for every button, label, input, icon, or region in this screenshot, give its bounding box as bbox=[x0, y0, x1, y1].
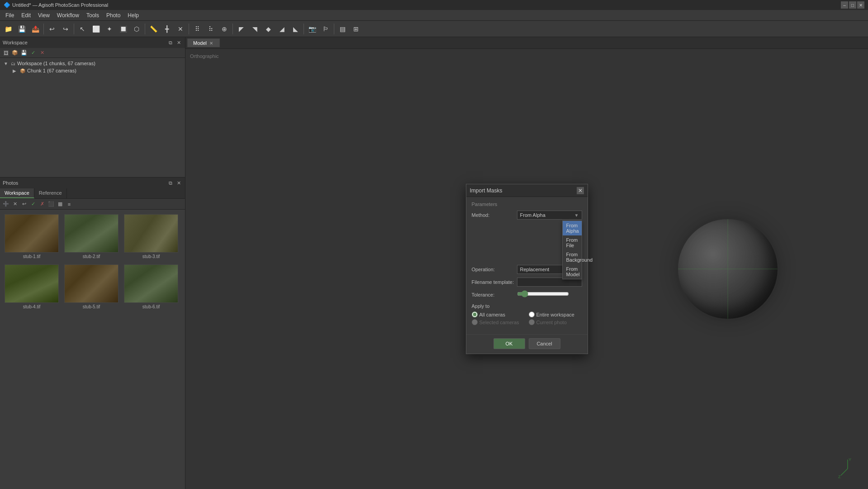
toolbar-add-point[interactable]: ✦ bbox=[103, 23, 116, 35]
workspace-panel-controls[interactable]: ⧉ ✕ bbox=[167, 39, 182, 46]
method-dropdown-list[interactable]: From Alpha From File From Background Fro… bbox=[562, 221, 582, 279]
toolbar-nav-5[interactable]: ◣ bbox=[289, 23, 302, 35]
dialog-close-button[interactable]: ✕ bbox=[577, 187, 584, 194]
minimize-button[interactable]: – bbox=[841, 1, 848, 9]
photos-panel-controls[interactable]: ⧉ ✕ bbox=[167, 179, 182, 187]
workspace-root-expand[interactable]: ▼ bbox=[4, 61, 9, 66]
photos-close[interactable]: ✕ bbox=[175, 179, 182, 187]
toolbar-nav-3[interactable]: ◆ bbox=[262, 23, 275, 35]
menu-file[interactable]: File bbox=[2, 10, 18, 20]
photos-tb-remove[interactable]: ✕ bbox=[11, 200, 19, 208]
photo-item-1[interactable]: stub-1.tif bbox=[4, 213, 60, 260]
photo-thumb-6 bbox=[124, 264, 178, 303]
photo-label-6: stub-6.tif bbox=[142, 304, 160, 309]
workspace-tb-camera-x[interactable]: ✕ bbox=[38, 49, 46, 57]
dropdown-arrow: ▼ bbox=[574, 213, 579, 218]
workspace-header-left: Workspace bbox=[3, 40, 28, 45]
photos-panel-tabs[interactable]: Workspace Reference bbox=[0, 188, 185, 199]
toolbar-align[interactable]: ╋ bbox=[161, 23, 173, 35]
workspace-panel-header: Workspace ⧉ ✕ bbox=[0, 37, 185, 48]
photo-label-3: stub-3.tif bbox=[142, 254, 160, 259]
photo-item-3[interactable]: stub-3.tif bbox=[123, 213, 179, 260]
cancel-button[interactable]: Cancel bbox=[529, 338, 560, 349]
workspace-root-label: Workspace (1 chunks, 67 cameras) bbox=[17, 61, 95, 66]
photo-item-4[interactable]: stub-4.tif bbox=[4, 264, 60, 310]
model-tab[interactable]: Model ✕ bbox=[187, 38, 220, 47]
dropdown-option-from-background[interactable]: From Background bbox=[563, 250, 582, 264]
dropdown-option-from-file[interactable]: From File bbox=[563, 235, 582, 250]
workspace-tb-chunk[interactable]: 📦 bbox=[11, 49, 19, 57]
photos-tb-list-view[interactable]: ≡ bbox=[65, 200, 73, 208]
menu-workflow[interactable]: Workflow bbox=[53, 10, 83, 20]
workspace-dock[interactable]: ⧉ bbox=[167, 39, 174, 46]
ok-button[interactable]: OK bbox=[493, 338, 525, 349]
photos-tb-3[interactable]: ↩ bbox=[20, 200, 28, 208]
toolbar-grid-2[interactable]: ⊞ bbox=[350, 23, 362, 35]
workspace-close[interactable]: ✕ bbox=[175, 39, 182, 46]
maximize-button[interactable]: □ bbox=[849, 1, 856, 9]
tolerance-row: Tolerance: bbox=[472, 290, 582, 299]
photo-item-6[interactable]: stub-6.tif bbox=[123, 264, 179, 310]
chunk-item[interactable]: ▶ 📦 Chunk 1 (67 cameras) bbox=[0, 67, 185, 74]
workspace-tb-save[interactable]: 💾 bbox=[20, 49, 28, 57]
tab-workspace[interactable]: Workspace bbox=[0, 188, 34, 198]
photo-item-5[interactable]: stub-5.tif bbox=[63, 264, 119, 310]
toolbar-ruler[interactable]: 📏 bbox=[147, 23, 160, 35]
toolbar-remove-point[interactable]: 🔲 bbox=[117, 23, 129, 35]
toolbar-grid[interactable]: ⠿ bbox=[191, 23, 204, 35]
workspace-tb-camera-ok[interactable]: ✓ bbox=[29, 49, 37, 57]
apply-to-label: Apply to bbox=[472, 303, 582, 309]
menubar: File Edit View Workflow Tools Photo Help bbox=[0, 10, 868, 21]
toolbar-camera[interactable]: 📷 bbox=[306, 23, 318, 35]
close-button[interactable]: ✕ bbox=[857, 1, 864, 9]
photos-tb-enable[interactable]: ✓ bbox=[29, 200, 37, 208]
tolerance-slider[interactable] bbox=[517, 290, 569, 297]
menu-help[interactable]: Help bbox=[124, 10, 142, 20]
photos-tb-disable[interactable]: ✗ bbox=[38, 200, 46, 208]
window-controls[interactable]: – □ ✕ bbox=[841, 1, 864, 9]
workspace-tree: ▼ 🗂 Workspace (1 chunks, 67 cameras) ▶ 📦… bbox=[0, 58, 185, 177]
toolbar-nav-2[interactable]: ◥ bbox=[248, 23, 261, 35]
toolbar-undo[interactable]: ↩ bbox=[46, 23, 58, 35]
toolbar-nav-4[interactable]: ◢ bbox=[275, 23, 288, 35]
toolbar-open[interactable]: 📁 bbox=[2, 23, 14, 35]
workspace-tb-add[interactable]: 🖼 bbox=[2, 49, 10, 57]
radio-entire-workspace-input[interactable] bbox=[529, 312, 535, 317]
tab-reference[interactable]: Reference bbox=[34, 188, 67, 198]
toolbar-dots[interactable]: ⠷ bbox=[204, 23, 217, 35]
toolbar-save[interactable]: 💾 bbox=[15, 23, 28, 35]
photos-dock[interactable]: ⧉ bbox=[167, 179, 174, 187]
toolbar-rect-select[interactable]: ⬜ bbox=[90, 23, 102, 35]
photo-item-2[interactable]: stub-2.tif bbox=[63, 213, 119, 260]
photos-tb-add[interactable]: ➕ bbox=[2, 200, 10, 208]
menu-photo[interactable]: Photo bbox=[103, 10, 124, 20]
toolbar-select[interactable]: ↖ bbox=[76, 23, 89, 35]
radio-all-cameras-input[interactable] bbox=[472, 312, 478, 317]
radio-current-photo: Current photo bbox=[529, 319, 582, 325]
workspace-root-item[interactable]: ▼ 🗂 Workspace (1 chunks, 67 cameras) bbox=[0, 60, 185, 67]
toolbar-cross[interactable]: ✕ bbox=[174, 23, 187, 35]
method-dropdown[interactable]: From Alpha ▼ bbox=[517, 211, 582, 220]
model-tab-close[interactable]: ✕ bbox=[209, 40, 214, 46]
model-tab-label: Model bbox=[193, 40, 207, 46]
chunk-expand[interactable]: ▶ bbox=[13, 68, 18, 73]
dropdown-option-from-model[interactable]: From Model bbox=[563, 264, 582, 279]
toolbar-plus[interactable]: ⊕ bbox=[218, 23, 231, 35]
radio-all-cameras[interactable]: All cameras bbox=[472, 312, 525, 317]
toolbar-redo[interactable]: ↪ bbox=[59, 23, 72, 35]
photos-tb-mask[interactable]: ⬛ bbox=[47, 200, 55, 208]
viewport[interactable]: Orthographic Y Z bbox=[185, 49, 868, 489]
radio-current-photo-label: Current photo bbox=[536, 320, 567, 325]
toolbar-hex[interactable]: ⬡ bbox=[130, 23, 143, 35]
menu-view[interactable]: View bbox=[34, 10, 53, 20]
toolbar-export[interactable]: 📤 bbox=[29, 23, 42, 35]
radio-entire-workspace[interactable]: Entire workspace bbox=[529, 312, 582, 317]
menu-edit[interactable]: Edit bbox=[18, 10, 34, 20]
dropdown-option-from-alpha[interactable]: From Alpha bbox=[563, 221, 582, 235]
toolbar-nav-left[interactable]: ◤ bbox=[235, 23, 247, 35]
toolbar-flag[interactable]: 🏳 bbox=[319, 23, 332, 35]
photo-thumb-3 bbox=[124, 214, 178, 253]
menu-tools[interactable]: Tools bbox=[83, 10, 103, 20]
photos-tb-grid-view[interactable]: ▦ bbox=[56, 200, 64, 208]
toolbar-lines[interactable]: ▤ bbox=[336, 23, 349, 35]
